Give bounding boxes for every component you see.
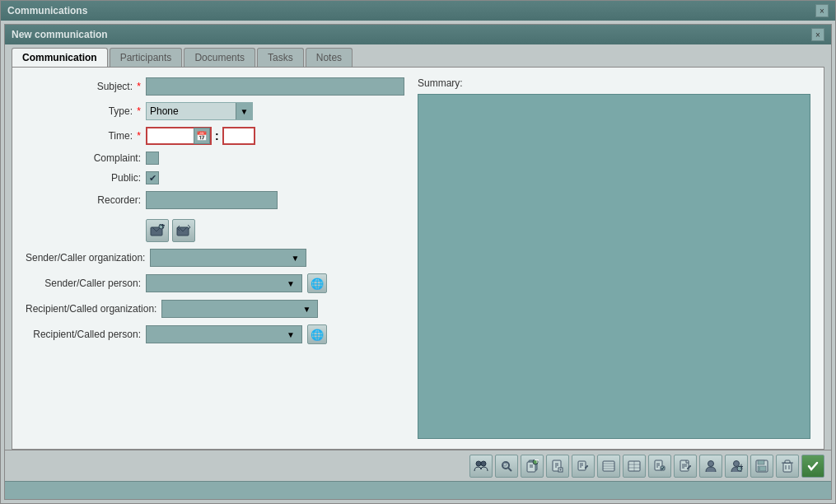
recipient-org-select[interactable]: ▼ <box>161 300 318 318</box>
inner-window: New communication × Communication Partic… <box>4 24 832 500</box>
svg-point-5 <box>481 461 486 466</box>
outer-titlebar: Communications × <box>1 1 835 21</box>
svg-point-4 <box>476 461 481 466</box>
sender-person-select[interactable]: ▼ <box>146 274 302 292</box>
svg-text:+: + <box>535 460 539 466</box>
svg-point-43 <box>708 460 714 466</box>
toolbar-list-button[interactable] <box>597 455 620 478</box>
svg-point-7 <box>503 463 507 466</box>
tabs-bar: Communication Participants Documents Tas… <box>5 44 831 67</box>
recorder-label: Recorder: <box>26 194 141 206</box>
svg-rect-48 <box>758 460 764 464</box>
type-select[interactable]: Phone ▼ <box>146 102 253 120</box>
svg-text:+: + <box>160 224 165 231</box>
recipient-person-label: Recipient/Called person: <box>26 329 141 340</box>
icon-row: + <box>26 219 404 242</box>
complaint-label: Complaint: <box>26 152 141 164</box>
type-dropdown-arrow[interactable]: ▼ <box>236 103 252 119</box>
outer-window: Communications × New communication × Com… <box>0 0 836 504</box>
public-checkbox[interactable]: ✔ <box>146 171 159 184</box>
complaint-row: Complaint: <box>26 152 404 165</box>
type-select-value: Phone <box>147 105 236 117</box>
tab-participants[interactable]: Participants <box>110 48 183 67</box>
recipient-person-globe-button[interactable]: 🌐 <box>307 324 327 344</box>
svg-rect-53 <box>785 460 790 463</box>
swap-sender-button[interactable] <box>172 219 195 242</box>
recipient-org-arrow[interactable]: ▼ <box>299 301 314 317</box>
sender-person-globe-button[interactable]: 🌐 <box>307 273 327 293</box>
toolbar-person-button[interactable] <box>699 455 722 478</box>
toolbar-confirm-button[interactable] <box>801 455 824 478</box>
toolbar-tasks-button[interactable] <box>648 455 671 478</box>
type-row: Type: * Phone ▼ <box>26 102 404 120</box>
time-wrapper: 📅 : <box>146 127 255 145</box>
toolbar-delete-button[interactable] <box>776 455 799 478</box>
type-label: Type: * <box>26 105 141 117</box>
time-date-input[interactable]: 📅 <box>146 127 212 145</box>
recipient-person-arrow[interactable]: ▼ <box>283 326 298 343</box>
sender-person-label: Sender/Caller person: <box>26 278 141 289</box>
toolbar-search-button[interactable] <box>495 455 518 478</box>
svg-text:+: + <box>739 461 744 473</box>
toolbar-user-button[interactable]: + <box>725 455 748 478</box>
inner-close-button[interactable]: × <box>811 28 824 41</box>
recorder-input[interactable] <box>146 191 278 209</box>
sender-org-select[interactable]: ▼ <box>150 249 306 267</box>
toolbar-participants-button[interactable] <box>469 455 493 478</box>
recipient-org-label: Recipient/Called organization: <box>26 303 156 315</box>
svg-rect-51 <box>783 463 792 472</box>
form-right: Summary: <box>418 77 810 439</box>
outer-window-title: Communications <box>7 5 87 16</box>
time-row: Time: * 📅 : <box>26 127 404 145</box>
svg-rect-49 <box>758 466 766 471</box>
subject-input[interactable] <box>146 77 404 96</box>
recipient-person-row: Recipient/Called person: ▼ 🌐 <box>26 324 404 344</box>
summary-label: Summary: <box>418 77 810 89</box>
complaint-checkbox[interactable] <box>146 152 159 165</box>
sender-person-row: Sender/Caller person: ▼ 🌐 <box>26 273 404 293</box>
public-label: Public: <box>26 172 141 184</box>
sender-org-arrow[interactable]: ▼ <box>287 250 302 266</box>
toolbar-new-button[interactable] <box>546 455 569 478</box>
time-calendar-button[interactable]: 📅 <box>194 128 210 144</box>
toolbar-save-button[interactable] <box>750 455 773 478</box>
subject-row: Subject: * <box>26 77 404 96</box>
recipient-person-select[interactable]: ▼ <box>146 325 302 343</box>
toolbar-edit-button[interactable] <box>572 455 595 478</box>
svg-line-8 <box>508 468 511 471</box>
recipient-org-row: Recipient/Called organization: ▼ <box>26 300 404 318</box>
time-label: Time: * <box>26 130 141 142</box>
status-bar <box>5 481 831 499</box>
summary-textarea[interactable] <box>418 94 810 439</box>
subject-label: Subject: * <box>26 81 141 92</box>
form-body: Subject: * Type: * Phone ▼ <box>12 68 824 449</box>
toolbar-table-button[interactable] <box>623 455 646 478</box>
public-row: Public: ✔ <box>26 171 404 184</box>
toolbar-copy-button[interactable]: + <box>521 455 544 478</box>
toolbar-notes-button[interactable] <box>674 455 697 478</box>
recorder-row: Recorder: <box>26 191 404 209</box>
sender-org-row: Sender/Caller organization: ▼ <box>26 249 404 267</box>
sender-person-arrow[interactable]: ▼ <box>283 275 298 292</box>
inner-window-title: New communication <box>12 29 108 40</box>
content-area: Subject: * Type: * Phone ▼ <box>12 67 824 450</box>
tab-documents[interactable]: Documents <box>184 48 255 67</box>
sender-org-label: Sender/Caller organization: <box>26 252 145 264</box>
outer-close-button[interactable]: × <box>815 4 829 17</box>
form-left: Subject: * Type: * Phone ▼ <box>26 77 404 439</box>
bottom-toolbar: + <box>5 450 831 481</box>
add-sender-button[interactable]: + <box>146 219 169 242</box>
tab-notes[interactable]: Notes <box>306 48 353 67</box>
time-minutes-input[interactable] <box>222 127 255 145</box>
tab-tasks[interactable]: Tasks <box>257 48 304 67</box>
inner-titlebar: New communication × <box>5 25 831 44</box>
tab-communication[interactable]: Communication <box>12 48 108 67</box>
